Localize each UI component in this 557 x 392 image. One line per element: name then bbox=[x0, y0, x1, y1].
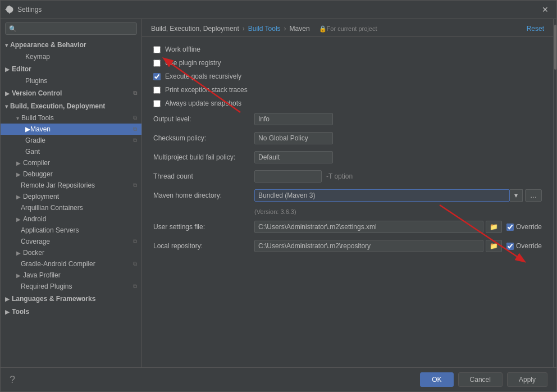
sidebar-item-label: Tools bbox=[12, 308, 29, 316]
maven-home-browse-button[interactable]: … bbox=[525, 189, 542, 202]
execute-goals-label[interactable]: Execute goals recursively bbox=[165, 72, 241, 80]
work-offline-checkbox[interactable] bbox=[153, 46, 161, 53]
breadcrumb-sep2: › bbox=[284, 25, 286, 33]
sidebar-item-label: Appearance & Behavior bbox=[10, 41, 86, 49]
override-label[interactable]: Override bbox=[516, 223, 542, 231]
always-update-checkbox[interactable] bbox=[153, 100, 161, 107]
expand-arrow: ▶ bbox=[16, 171, 21, 177]
sidebar-item-label: Deployment bbox=[23, 193, 59, 200]
output-level-row: Output level: Info Debug Warning Error bbox=[153, 113, 542, 125]
expand-arrow: ▶ bbox=[5, 90, 10, 97]
checksum-policy-row: Checksum policy: No Global Policy Fail W… bbox=[153, 132, 542, 144]
settings-icon bbox=[5, 5, 14, 14]
right-scrollbar[interactable] bbox=[553, 19, 556, 367]
breadcrumb-path1: Build, Execution, Deployment bbox=[151, 25, 239, 33]
sidebar-item-label: Coverage bbox=[21, 238, 50, 245]
sidebar-item-docker[interactable]: ▶ Docker bbox=[1, 247, 141, 258]
print-exceptions-checkbox[interactable] bbox=[153, 86, 161, 94]
sidebar-item-remote-jar[interactable]: Remote Jar Repositories ⧉ bbox=[1, 180, 141, 191]
expand-arrow: ▶ bbox=[16, 250, 21, 256]
sidebar-item-label: Gant bbox=[25, 148, 40, 156]
thread-count-label: Thread count bbox=[153, 172, 254, 180]
output-level-control: Info Debug Warning Error bbox=[254, 113, 542, 125]
sidebar-item-tools[interactable]: ▶ Tools bbox=[1, 305, 141, 318]
sidebar-item-gradle-android[interactable]: Gradle-Android Compiler ⧉ bbox=[1, 258, 141, 270]
local-repo-override: Override bbox=[506, 242, 542, 250]
use-plugin-registry-checkbox[interactable] bbox=[153, 60, 161, 67]
sidebar-item-deployment[interactable]: ▶ Deployment bbox=[1, 191, 141, 202]
checksum-policy-select[interactable]: No Global Policy Fail Warn Ignore bbox=[254, 132, 333, 144]
copy-icon: ⧉ bbox=[133, 115, 137, 121]
sidebar-item-label: Build Tools bbox=[21, 114, 54, 122]
sidebar-item-java-profiler[interactable]: ▶ Java Profiler bbox=[1, 270, 141, 281]
thread-count-control: -T option bbox=[254, 170, 542, 183]
breadcrumb-project: 🔒 For current project bbox=[319, 25, 377, 33]
checksum-policy-label: Checksum policy: bbox=[153, 134, 254, 142]
sidebar-item-maven[interactable]: ▶ Maven ⧉ bbox=[1, 124, 141, 135]
user-settings-override-checkbox[interactable] bbox=[506, 224, 514, 231]
work-offline-label[interactable]: Work offline bbox=[165, 45, 200, 53]
search-box[interactable]: 🔍 bbox=[5, 22, 137, 35]
print-exceptions-label[interactable]: Print exception stack traces bbox=[165, 86, 248, 94]
sidebar-item-android[interactable]: ▶ Android bbox=[1, 213, 141, 225]
output-level-select[interactable]: Info Debug Warning Error bbox=[254, 113, 333, 125]
thread-count-input[interactable] bbox=[254, 170, 322, 183]
sidebar-item-label: Build, Execution, Deployment bbox=[10, 102, 105, 110]
user-settings-input[interactable] bbox=[254, 221, 483, 233]
scrollbar-thumb bbox=[554, 25, 556, 70]
apply-button[interactable]: Apply bbox=[507, 372, 547, 387]
local-repo-label: Local repository: bbox=[153, 242, 254, 250]
local-repo-override-checkbox[interactable] bbox=[506, 243, 514, 250]
maven-home-dropdown-button[interactable]: ▾ bbox=[510, 189, 523, 202]
user-settings-browse-button[interactable]: 📁 bbox=[486, 221, 502, 233]
sidebar-item-build-exec[interactable]: ▾ Build, Execution, Deployment bbox=[1, 99, 141, 112]
use-plugin-label[interactable]: Use plugin registry bbox=[165, 59, 221, 67]
sidebar-item-keymap[interactable]: Keymap bbox=[1, 51, 141, 62]
local-repo-browse-button[interactable]: 📁 bbox=[486, 240, 502, 252]
sidebar-item-app-servers[interactable]: Application Servers bbox=[1, 225, 141, 236]
user-settings-label: User settings file: bbox=[153, 223, 254, 231]
help-button[interactable]: ? bbox=[10, 374, 15, 386]
cancel-button[interactable]: Cancel bbox=[458, 372, 503, 387]
project-label: For current project bbox=[327, 25, 377, 32]
ok-button[interactable]: OK bbox=[420, 372, 453, 387]
output-level-label: Output level: bbox=[153, 115, 254, 123]
sidebar-item-plugins[interactable]: Plugins bbox=[1, 75, 141, 86]
expand-arrow: ▶ bbox=[16, 216, 21, 222]
sidebar-item-debugger[interactable]: ▶ Debugger bbox=[1, 168, 141, 180]
search-input[interactable] bbox=[19, 25, 133, 33]
local-repo-input[interactable] bbox=[254, 240, 483, 252]
sidebar-item-appearance[interactable]: ▾ Appearance & Behavior bbox=[1, 38, 141, 51]
breadcrumb: Build, Execution, Deployment › Build Too… bbox=[142, 19, 553, 37]
sidebar-item-languages[interactable]: ▶ Languages & Frameworks bbox=[1, 292, 141, 305]
close-button[interactable]: ✕ bbox=[538, 4, 552, 15]
sidebar-item-required-plugins[interactable]: Required Plugins ⧉ bbox=[1, 281, 141, 292]
sidebar-item-compiler[interactable]: ▶ Compiler bbox=[1, 157, 141, 168]
search-icon: 🔍 bbox=[9, 25, 17, 33]
sidebar-item-editor[interactable]: ▶ Editor bbox=[1, 62, 141, 75]
sidebar-item-label: Compiler bbox=[23, 159, 50, 167]
always-update-label[interactable]: Always update snapshots bbox=[165, 99, 241, 107]
maven-home-label: Maven home directory: bbox=[153, 192, 254, 199]
breadcrumb-path2[interactable]: Build Tools bbox=[248, 25, 281, 33]
sidebar-item-coverage[interactable]: Coverage ⧉ bbox=[1, 236, 141, 247]
reset-button[interactable]: Reset bbox=[527, 25, 544, 33]
maven-version-note: (Version: 3.6.3) bbox=[254, 208, 542, 215]
maven-home-row: Maven home directory: ▾ … bbox=[153, 189, 542, 202]
execute-goals-checkbox[interactable] bbox=[153, 73, 161, 80]
sidebar-item-gant[interactable]: Gant bbox=[1, 146, 141, 157]
expand-arrow: ▶ bbox=[16, 160, 21, 166]
expand-arrow: ▾ bbox=[5, 42, 8, 48]
sidebar-item-label: Application Servers bbox=[21, 226, 79, 234]
sidebar-item-version-control[interactable]: ▶ Version Control ⧉ bbox=[1, 86, 141, 99]
sidebar-item-gradle[interactable]: Gradle ⧉ bbox=[1, 135, 141, 146]
expand-arrow: ▶ bbox=[16, 272, 21, 279]
override-label[interactable]: Override bbox=[516, 242, 542, 250]
maven-home-input[interactable] bbox=[254, 189, 510, 202]
checksum-policy-control: No Global Policy Fail Warn Ignore bbox=[254, 132, 542, 144]
sidebar-item-arquillian[interactable]: Arquillian Containers bbox=[1, 202, 141, 213]
sidebar-item-build-tools[interactable]: ▾ Build Tools ⧉ bbox=[1, 112, 141, 124]
title-bar: Settings ✕ bbox=[1, 1, 556, 19]
multiproject-policy-select[interactable]: Default Never At End Immediately bbox=[254, 151, 333, 163]
multiproject-policy-control: Default Never At End Immediately bbox=[254, 151, 542, 163]
